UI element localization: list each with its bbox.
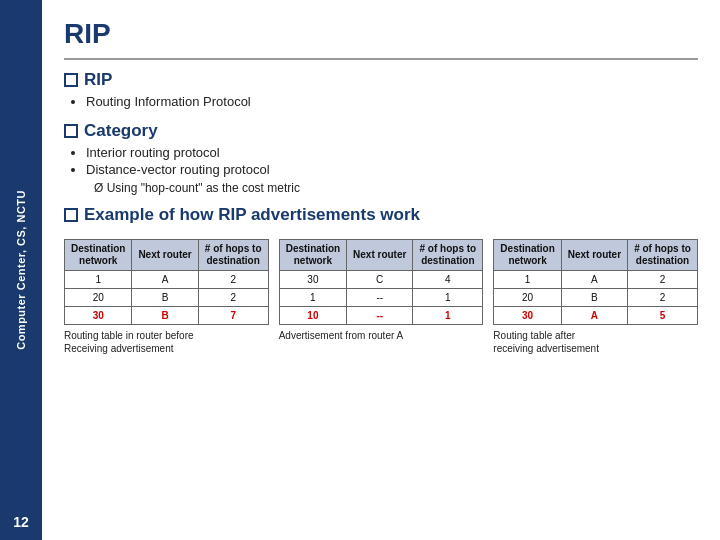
cell: 20	[65, 289, 132, 307]
table-advertisement-caption: Advertisement from router A	[279, 329, 484, 342]
divider	[64, 58, 698, 60]
table-row: 30 C 4	[279, 271, 483, 289]
table-row: 1 -- 1	[279, 289, 483, 307]
cell: 30	[279, 271, 346, 289]
cell: 4	[413, 271, 483, 289]
cell: 1	[413, 307, 483, 325]
section-rip-bullets: Routing Information Protocol	[64, 94, 698, 109]
col-header-next: Next router	[347, 240, 413, 271]
section-example: Example of how RIP advertisements work	[64, 205, 698, 231]
table-before-container: Destinationnetwork Next router # of hops…	[64, 239, 269, 526]
checkbox-category-icon	[64, 124, 78, 138]
cell: 1	[279, 289, 346, 307]
cell: B	[132, 307, 198, 325]
list-item: Distance-vector routing protocol	[86, 162, 698, 177]
list-item: Routing Information Protocol	[86, 94, 698, 109]
section-category-sub-bullets: Using "hop-count" as the cost metric	[64, 181, 698, 195]
table-advertisement: Destinationnetwork Next router # of hops…	[279, 239, 484, 325]
tables-row: Destinationnetwork Next router # of hops…	[64, 239, 698, 526]
list-item: Using "hop-count" as the cost metric	[94, 181, 698, 195]
cell: 2	[198, 289, 268, 307]
cell: A	[561, 307, 627, 325]
cell: A	[132, 271, 198, 289]
section-category: Category Interior routing protocol Dista…	[64, 121, 698, 197]
section-category-heading: Category	[64, 121, 698, 141]
page-title: RIP	[64, 18, 698, 50]
table-row: 1 A 2	[65, 271, 269, 289]
cell: 10	[279, 307, 346, 325]
slide-number: 12	[13, 514, 29, 530]
cell: A	[561, 271, 627, 289]
col-header-dest: Destinationnetwork	[494, 240, 561, 271]
main-content: RIP RIP Routing Information Protocol Cat…	[42, 0, 720, 540]
cell: 7	[198, 307, 268, 325]
section-rip: RIP Routing Information Protocol	[64, 70, 698, 113]
checkbox-rip-icon	[64, 73, 78, 87]
cell: C	[347, 271, 413, 289]
table-advertisement-container: Destinationnetwork Next router # of hops…	[279, 239, 484, 526]
col-header-hops: # of hops todestination	[198, 240, 268, 271]
col-header-next: Next router	[561, 240, 627, 271]
list-item: Interior routing protocol	[86, 145, 698, 160]
cell: 1	[65, 271, 132, 289]
section-example-label: Example of how RIP advertisements work	[84, 205, 420, 225]
table-before-caption: Routing table in router beforeReceiving …	[64, 329, 269, 355]
section-category-label: Category	[84, 121, 158, 141]
table-before: Destinationnetwork Next router # of hops…	[64, 239, 269, 325]
sidebar-label: Computer Center, CS, NCTU	[15, 190, 27, 350]
col-header-dest: Destinationnetwork	[65, 240, 132, 271]
table-row-highlight: 10 -- 1	[279, 307, 483, 325]
table-after-container: Destinationnetwork Next router # of hops…	[493, 239, 698, 526]
section-rip-label: RIP	[84, 70, 112, 90]
table-row: 20 B 2	[494, 289, 698, 307]
col-header-dest: Destinationnetwork	[279, 240, 346, 271]
cell: B	[561, 289, 627, 307]
col-header-hops: # of hops todestination	[628, 240, 698, 271]
cell: B	[132, 289, 198, 307]
table-row: 1 A 2	[494, 271, 698, 289]
col-header-hops: # of hops todestination	[413, 240, 483, 271]
cell: 2	[628, 271, 698, 289]
table-after: Destinationnetwork Next router # of hops…	[493, 239, 698, 325]
cell: 20	[494, 289, 561, 307]
section-example-heading: Example of how RIP advertisements work	[64, 205, 698, 225]
table-after-caption: Routing table afterreceiving advertiseme…	[493, 329, 698, 355]
table-row-highlight: 30 A 5	[494, 307, 698, 325]
table-row: 20 B 2	[65, 289, 269, 307]
cell: 30	[65, 307, 132, 325]
col-header-next: Next router	[132, 240, 198, 271]
checkbox-example-icon	[64, 208, 78, 222]
section-rip-heading: RIP	[64, 70, 698, 90]
cell: 1	[494, 271, 561, 289]
cell: --	[347, 289, 413, 307]
sidebar: Computer Center, CS, NCTU 12	[0, 0, 42, 540]
section-category-bullets: Interior routing protocol Distance-vecto…	[64, 145, 698, 177]
cell: --	[347, 307, 413, 325]
cell: 30	[494, 307, 561, 325]
cell: 2	[628, 289, 698, 307]
table-row-highlight: 30 B 7	[65, 307, 269, 325]
cell: 5	[628, 307, 698, 325]
cell: 2	[198, 271, 268, 289]
cell: 1	[413, 289, 483, 307]
